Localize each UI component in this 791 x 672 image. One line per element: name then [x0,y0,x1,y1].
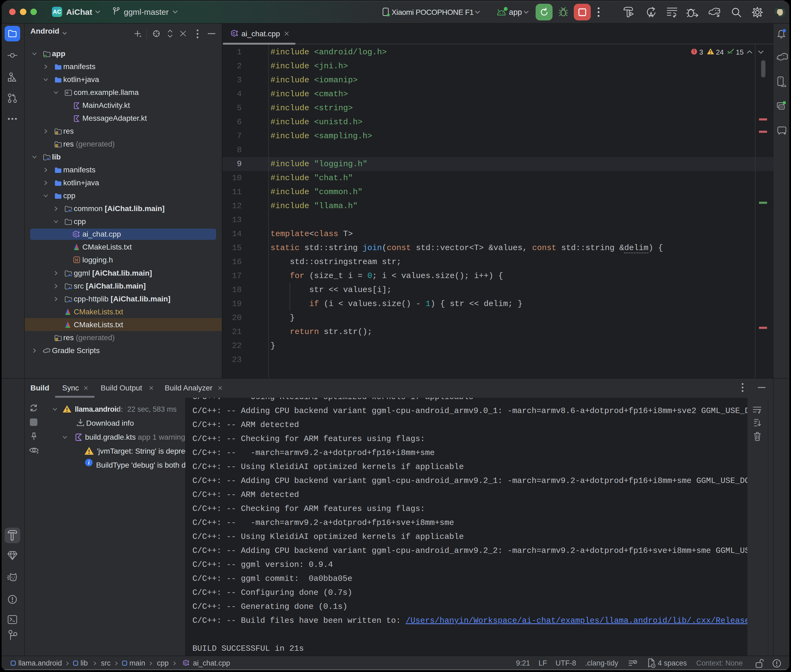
svg-text:C: C [185,661,187,665]
svg-text:C: C [233,31,236,35]
svg-text:H: H [75,258,78,262]
svg-text:C: C [74,232,77,236]
